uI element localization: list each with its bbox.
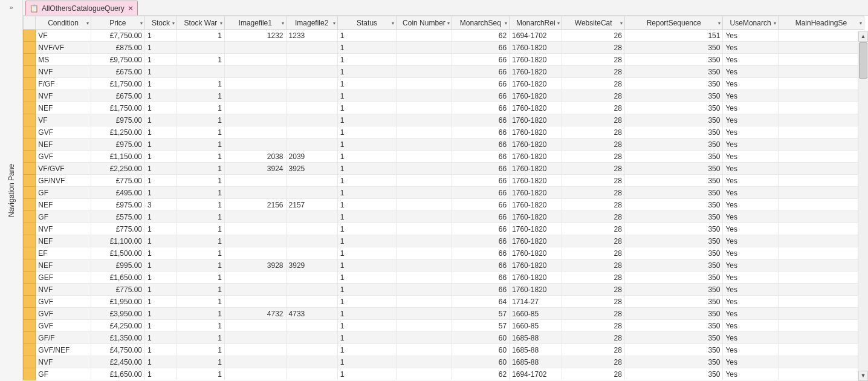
cell[interactable]: 1 bbox=[145, 163, 177, 175]
dropdown-arrow-icon[interactable]: ▾ bbox=[172, 20, 175, 25]
cell[interactable]: 1 bbox=[337, 187, 396, 199]
cell[interactable] bbox=[225, 211, 287, 223]
cell[interactable] bbox=[778, 66, 864, 78]
cell[interactable]: 1660-85 bbox=[510, 320, 562, 332]
cell[interactable]: 66 bbox=[452, 66, 509, 78]
dropdown-arrow-icon[interactable]: ▾ bbox=[392, 20, 394, 25]
cell[interactable]: 1 bbox=[145, 247, 177, 259]
cell[interactable]: £9,750.00 bbox=[91, 54, 144, 66]
cell[interactable]: 350 bbox=[624, 332, 722, 344]
cell[interactable]: 28 bbox=[562, 114, 625, 126]
cell[interactable]: Yes bbox=[723, 78, 778, 90]
cell[interactable]: 28 bbox=[562, 223, 625, 235]
cell[interactable]: Yes bbox=[723, 368, 778, 380]
cell[interactable] bbox=[778, 247, 864, 259]
cell[interactable]: 1760-1820 bbox=[510, 211, 562, 223]
cell[interactable] bbox=[225, 90, 287, 102]
cell[interactable]: 1 bbox=[145, 235, 177, 247]
cell[interactable]: 1 bbox=[177, 247, 224, 259]
cell[interactable] bbox=[397, 54, 452, 66]
cell[interactable] bbox=[225, 296, 287, 308]
cell[interactable]: 350 bbox=[624, 211, 722, 223]
row-selector[interactable] bbox=[24, 199, 36, 211]
cell[interactable] bbox=[225, 320, 287, 332]
column-header[interactable]: Condition▾ bbox=[36, 16, 91, 30]
column-header[interactable]: WebsiteCat▾ bbox=[562, 16, 625, 30]
cell[interactable]: 1 bbox=[177, 102, 224, 114]
row-selector[interactable] bbox=[24, 332, 36, 344]
cell[interactable]: Yes bbox=[723, 114, 778, 126]
cell[interactable]: 1 bbox=[337, 284, 396, 296]
cell[interactable]: 28 bbox=[562, 66, 625, 78]
tab-allotherscataloguequery[interactable]: 📋 AllOthersCatalogueQuery ✕ bbox=[25, 1, 138, 15]
cell[interactable] bbox=[286, 78, 337, 90]
cell[interactable]: 28 bbox=[562, 187, 625, 199]
cell[interactable]: 1 bbox=[177, 259, 224, 272]
cell[interactable]: 1 bbox=[145, 102, 177, 114]
row-selector[interactable] bbox=[24, 272, 36, 284]
row-selector[interactable] bbox=[24, 235, 36, 247]
cell[interactable]: 1 bbox=[177, 211, 224, 223]
cell[interactable]: 28 bbox=[562, 42, 625, 54]
cell[interactable]: 1 bbox=[145, 175, 177, 187]
cell[interactable] bbox=[286, 247, 337, 259]
row-selector[interactable] bbox=[24, 296, 36, 308]
cell[interactable]: Yes bbox=[723, 320, 778, 332]
cell[interactable] bbox=[225, 126, 287, 138]
cell[interactable]: 60 bbox=[452, 332, 509, 344]
cell[interactable]: GVF bbox=[36, 151, 91, 163]
dropdown-arrow-icon[interactable]: ▾ bbox=[220, 20, 222, 25]
cell[interactable]: £1,650.00 bbox=[91, 272, 144, 284]
cell[interactable]: 1 bbox=[145, 223, 177, 235]
cell[interactable]: GVF/NEF bbox=[36, 344, 91, 356]
cell[interactable]: 1 bbox=[337, 42, 396, 54]
table-row[interactable]: NVF£675.0011661760-182028350Yes bbox=[24, 66, 864, 78]
cell[interactable]: 350 bbox=[624, 78, 722, 90]
cell[interactable]: 350 bbox=[624, 126, 722, 138]
cell[interactable]: 57 bbox=[452, 320, 509, 332]
row-selector[interactable] bbox=[24, 247, 36, 259]
cell[interactable]: 2039 bbox=[286, 151, 337, 163]
cell[interactable]: 66 bbox=[452, 247, 509, 259]
dropdown-arrow-icon[interactable]: ▾ bbox=[333, 20, 335, 25]
table-row[interactable]: EF£1,500.00111661760-182028350Yes bbox=[24, 247, 864, 259]
table-row[interactable]: F/GF£1,750.00111661760-182028350Yes bbox=[24, 78, 864, 90]
table-row[interactable]: GF/NVF£775.00111661760-182028350Yes bbox=[24, 175, 864, 187]
cell[interactable]: 1 bbox=[177, 138, 224, 151]
cell[interactable] bbox=[397, 163, 452, 175]
cell[interactable]: Yes bbox=[723, 235, 778, 247]
cell[interactable]: Yes bbox=[723, 54, 778, 66]
cell[interactable]: 1 bbox=[177, 199, 224, 211]
cell[interactable]: 66 bbox=[452, 126, 509, 138]
cell[interactable]: 28 bbox=[562, 356, 625, 368]
cell[interactable]: 1760-1820 bbox=[510, 187, 562, 199]
cell[interactable]: Yes bbox=[723, 247, 778, 259]
cell[interactable]: 62 bbox=[452, 368, 509, 380]
cell[interactable]: 1760-1820 bbox=[510, 199, 562, 211]
cell[interactable] bbox=[778, 368, 864, 380]
cell[interactable]: 1 bbox=[145, 54, 177, 66]
cell[interactable] bbox=[778, 102, 864, 114]
cell[interactable]: Yes bbox=[723, 284, 778, 296]
cell[interactable] bbox=[397, 114, 452, 126]
cell[interactable]: 1 bbox=[177, 284, 224, 296]
row-selector[interactable] bbox=[24, 308, 36, 320]
cell[interactable] bbox=[225, 66, 287, 78]
cell[interactable] bbox=[397, 259, 452, 272]
cell[interactable] bbox=[225, 356, 287, 368]
cell[interactable]: 1 bbox=[145, 138, 177, 151]
cell[interactable]: 1 bbox=[145, 284, 177, 296]
cell[interactable]: 1 bbox=[145, 90, 177, 102]
cell[interactable]: 1 bbox=[337, 114, 396, 126]
cell[interactable] bbox=[225, 138, 287, 151]
cell[interactable]: 1760-1820 bbox=[510, 272, 562, 284]
cell[interactable]: NVF/VF bbox=[36, 42, 91, 54]
column-header[interactable]: Imagefile2▾ bbox=[286, 16, 337, 30]
cell[interactable]: 28 bbox=[562, 344, 625, 356]
table-row[interactable]: NEF£975.0031215621571661760-182028350Yes bbox=[24, 199, 864, 211]
table-row[interactable]: NVF£2,450.00111601685-8828350Yes bbox=[24, 356, 864, 368]
navigation-pane-collapsed[interactable]: » Navigation Pane bbox=[0, 0, 23, 381]
column-header[interactable]: Price▾ bbox=[91, 16, 144, 30]
table-row[interactable]: GVF£1,950.00111641714-2728350Yes bbox=[24, 296, 864, 308]
cell[interactable]: 1760-1820 bbox=[510, 223, 562, 235]
